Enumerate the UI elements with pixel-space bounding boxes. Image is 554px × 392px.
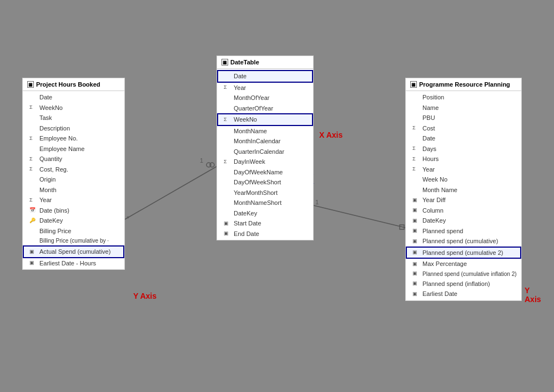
measure-icon: ▣ — [412, 249, 420, 257]
list-item: ΣCost, Reg. — [23, 164, 124, 175]
list-item: ΣYear — [217, 83, 313, 93]
measure-icon: ▣ — [29, 259, 37, 267]
list-item: ▣Planned spend (cumulative) — [406, 236, 521, 247]
row-label: Column — [422, 206, 444, 215]
svg-text:1: 1 — [315, 199, 319, 205]
table-date-header: ▦ DateTable — [217, 56, 313, 69]
sigma-icon: Σ — [224, 84, 231, 92]
sigma-icon: Σ — [224, 116, 231, 124]
svg-text:*: * — [127, 215, 129, 223]
sigma-icon: Σ — [29, 155, 37, 163]
row-label: Employee No. — [39, 134, 78, 143]
calendar-icon: 📅 — [29, 207, 37, 214]
row-label: Name — [422, 103, 439, 113]
list-item: ΣQuantity — [23, 154, 124, 164]
row-label: DayInWeek — [234, 157, 265, 167]
row-label: Year — [234, 83, 246, 93]
sigma-icon: Σ — [412, 155, 420, 163]
sigma-icon: Σ — [412, 165, 420, 173]
list-item: ▣DateKey — [406, 215, 521, 226]
row-label: MonthNameShort — [234, 198, 281, 208]
list-item: Task — [23, 113, 124, 123]
list-item: Date — [406, 133, 521, 144]
row-label: DateKey — [422, 216, 446, 225]
measure-icon: ▣ — [224, 230, 231, 238]
measure-icon: ▣ — [412, 270, 420, 278]
row-label: Earliest Date — [422, 289, 457, 299]
sigma-icon: Σ — [29, 165, 37, 173]
row-label: Date — [234, 72, 246, 81]
list-item: YearMonthShort — [217, 188, 313, 198]
row-label: Year Diff — [422, 195, 446, 205]
row-label: Origin — [39, 175, 56, 184]
table-date: ▦ DateTable Date ΣYear MonthOfYear Quart… — [216, 56, 314, 240]
row-label: QuarterInCalendar — [234, 147, 284, 157]
row-label: Week No — [422, 175, 447, 184]
row-label: Employee Name — [39, 144, 84, 154]
weekno-row: ΣWeekNo — [217, 113, 313, 126]
key-icon: 🔑 — [29, 217, 37, 225]
row-label: DateKey — [234, 209, 257, 218]
date-row: Date — [217, 70, 313, 83]
svg-line-5 — [314, 205, 405, 228]
list-item: ΣYear — [23, 195, 124, 205]
table-programme-rows: Position Name PBU ΣCost Date ΣDays ΣHour… — [406, 91, 521, 300]
list-item: ▣Planned spend (inflation) — [406, 279, 521, 289]
list-item: DayOfWeekShort — [217, 177, 313, 188]
row-label: Date (bins) — [39, 206, 69, 215]
row-label: Planned spend (cumulative inflation 2) — [422, 270, 517, 278]
list-item: ▣End Date — [217, 229, 313, 239]
list-item: ▣Start Date — [217, 218, 313, 229]
table-project-hours-header: ▦ Project Hours Booked — [23, 78, 124, 91]
list-item: 🔑DateKey — [23, 215, 124, 226]
measure-icon: ▣ — [224, 220, 231, 228]
row-label: Earliest Date - Hours — [39, 259, 96, 268]
row-label: YearMonthShort — [234, 188, 278, 198]
list-item: 📅Date (bins) — [23, 205, 124, 216]
y-axis-right-label: Y Axis — [525, 286, 543, 304]
row-label: Billing Price — [39, 227, 71, 236]
row-label: Month — [39, 185, 57, 195]
row-label: DayOfWeekName — [234, 168, 283, 177]
row-label: Days — [422, 144, 436, 154]
row-label: Year — [39, 195, 52, 205]
list-item: DayOfWeekName — [217, 167, 313, 178]
row-label: Start Date — [234, 219, 261, 228]
row-label: Date — [422, 134, 435, 143]
svg-line-0 — [125, 167, 216, 219]
row-label: Description — [39, 124, 70, 133]
row-label: Cost — [422, 124, 435, 133]
diagram-canvas: * 1 1 * ▦ Project Hours Booked — [11, 56, 543, 348]
row-label: Quantity — [39, 154, 62, 164]
x-axis-label: X Axis — [319, 130, 343, 139]
row-label: DayOfWeekShort — [234, 178, 281, 187]
y-axis-left-label: Y Axis — [133, 292, 157, 300]
svg-point-3 — [207, 163, 211, 167]
measure-icon: ▣ — [412, 197, 420, 204]
table-project-hours-rows: Date ΣWeekNo Task Description ΣEmployee … — [23, 91, 124, 269]
row-label: Max Percentage — [422, 259, 467, 269]
table-programme-title: Programme Resource Planning — [419, 81, 510, 88]
list-item: Billing Price (cumulative by · — [23, 236, 124, 245]
row-label: QuarterOfYear — [234, 104, 273, 113]
svg-point-2 — [210, 163, 214, 167]
measure-icon: ▣ — [412, 217, 420, 225]
list-item: Description — [23, 123, 124, 134]
measure-icon: ▣ — [412, 260, 420, 268]
row-label: Hours — [422, 154, 439, 164]
list-item: ▣Planned spend — [406, 226, 521, 237]
row-label: Task — [39, 113, 52, 123]
row-label: WeekNo — [39, 103, 63, 113]
table-grid-icon: ▦ — [27, 81, 34, 88]
list-item: ▣Earliest Date — [406, 289, 521, 299]
row-label: Planned spend (cumulative 2) — [422, 248, 503, 258]
list-item: MonthName — [217, 126, 313, 137]
table-programme-header: ▦ Programme Resource Planning — [406, 78, 521, 91]
list-item: ▣Earliest Date - Hours — [23, 258, 124, 269]
row-label: Actual Spend (cumulative) — [39, 247, 110, 257]
svg-rect-7 — [400, 225, 404, 229]
table-project-hours: ▦ Project Hours Booked Date ΣWeekNo Task… — [22, 78, 125, 270]
list-item: ▣Year Diff — [406, 195, 521, 205]
measure-icon: ▣ — [412, 227, 420, 235]
list-item: ΣYear — [406, 164, 521, 175]
